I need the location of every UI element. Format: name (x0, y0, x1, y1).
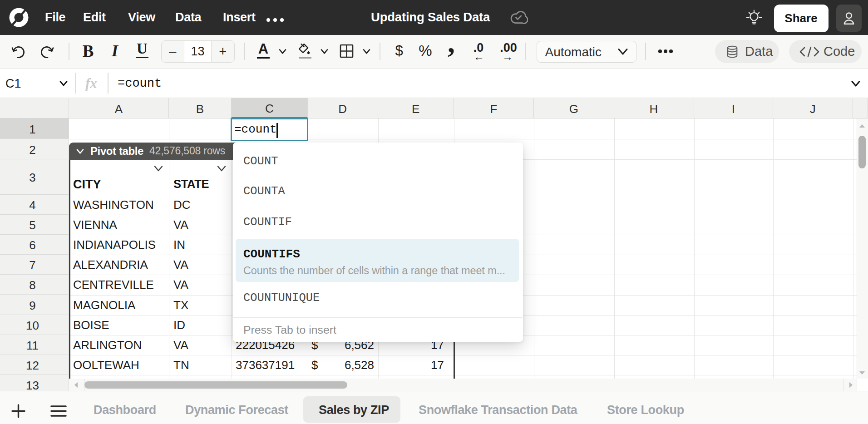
svg-text:,: , (448, 38, 455, 59)
